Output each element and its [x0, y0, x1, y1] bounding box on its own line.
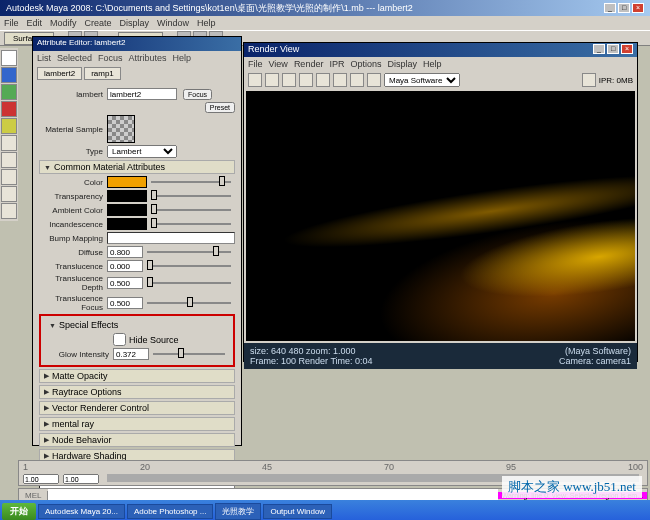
ipr-icon[interactable]	[299, 73, 313, 87]
type-select[interactable]: Lambert	[107, 145, 177, 158]
glow-label: Glow Intensity	[45, 350, 113, 359]
transfocus-slider[interactable]	[147, 302, 231, 304]
section-raytrace[interactable]: ▶Raytrace Options	[39, 385, 235, 399]
name-field[interactable]	[107, 88, 177, 100]
ambient-swatch[interactable]	[107, 204, 147, 216]
focus-button[interactable]: Focus	[183, 89, 212, 100]
layout-four-icon[interactable]	[1, 186, 17, 202]
rv-minimize-button[interactable]: _	[593, 44, 605, 54]
rv-menu-help[interactable]: Help	[423, 59, 442, 69]
menu-file[interactable]: File	[4, 18, 19, 28]
ambient-slider[interactable]	[151, 209, 231, 211]
attr-menu-attributes[interactable]: Attributes	[129, 53, 167, 63]
rv-menu-options[interactable]: Options	[350, 59, 381, 69]
close-button[interactable]: ×	[632, 3, 644, 13]
transdepth-field[interactable]	[107, 277, 143, 289]
minimize-button[interactable]: _	[604, 3, 616, 13]
incandescence-swatch[interactable]	[107, 218, 147, 230]
range-start-field[interactable]	[23, 474, 59, 484]
color-swatch[interactable]	[107, 176, 147, 188]
transparency-label: Transparency	[39, 192, 107, 201]
rv-menu-file[interactable]: File	[248, 59, 263, 69]
attr-menu-help[interactable]: Help	[173, 53, 192, 63]
transfocus-field[interactable]	[107, 297, 143, 309]
settings-icon[interactable]	[333, 73, 347, 87]
renderer-select[interactable]: Maya Software	[384, 73, 460, 87]
start-button[interactable]: 开始	[2, 503, 36, 520]
transparency-slider[interactable]	[151, 195, 231, 197]
last-tool-icon[interactable]	[1, 152, 17, 168]
diffuse-field[interactable]	[107, 246, 143, 258]
maximize-button[interactable]: □	[618, 3, 630, 13]
taskbar[interactable]: 开始 Autodesk Maya 20... Adobe Photoshop .…	[0, 500, 650, 520]
render-canvas[interactable]	[246, 91, 635, 341]
scale-tool-icon[interactable]	[1, 118, 17, 134]
material-sample-swatch[interactable]	[107, 115, 135, 143]
glow-slider[interactable]	[153, 353, 225, 355]
snapshot-icon[interactable]	[282, 73, 296, 87]
color-slider[interactable]	[151, 181, 231, 183]
select-tool-icon[interactable]	[1, 50, 17, 66]
preset-button[interactable]: Preset	[205, 102, 235, 113]
menu-help[interactable]: Help	[197, 18, 216, 28]
type-label: Type	[39, 147, 107, 156]
menu-modify[interactable]: Modify	[50, 18, 77, 28]
triangle-right-icon: ▶	[44, 388, 49, 396]
menu-create[interactable]: Create	[85, 18, 112, 28]
tick: 45	[262, 462, 272, 472]
bump-field[interactable]	[107, 232, 235, 244]
rv-menu-display[interactable]: Display	[387, 59, 417, 69]
glow-intensity-field[interactable]	[113, 348, 149, 360]
tab-ramp1[interactable]: ramp1	[84, 67, 121, 80]
move-tool-icon[interactable]	[1, 84, 17, 100]
rotate-tool-icon[interactable]	[1, 101, 17, 117]
transdepth-slider[interactable]	[147, 282, 231, 284]
translucence-slider[interactable]	[147, 265, 231, 267]
section-vector[interactable]: ▶Vector Renderer Control	[39, 401, 235, 415]
section-common-material[interactable]: ▼Common Material Attributes	[39, 160, 235, 174]
keep-image-icon[interactable]	[350, 73, 364, 87]
translucence-label: Translucence	[39, 262, 107, 271]
translucence-field[interactable]	[107, 260, 143, 272]
attr-menu-selected[interactable]: Selected	[57, 53, 92, 63]
section-mental[interactable]: ▶mental ray	[39, 417, 235, 431]
rv-close-button[interactable]: ×	[621, 44, 633, 54]
attr-menu-focus[interactable]: Focus	[98, 53, 123, 63]
main-menu-bar[interactable]: File Edit Modify Create Display Window H…	[0, 16, 650, 30]
show-manip-tool-icon[interactable]	[1, 135, 17, 151]
section-matte[interactable]: ▶Matte Opacity	[39, 369, 235, 383]
menu-edit[interactable]: Edit	[27, 18, 43, 28]
render-icon[interactable]	[248, 73, 262, 87]
attr-editor-title: Attribute Editor: lambert2	[33, 37, 241, 51]
menu-window[interactable]: Window	[157, 18, 189, 28]
close-ipr-icon[interactable]	[582, 73, 596, 87]
tab-lambert2[interactable]: lambert2	[37, 67, 82, 80]
transparency-swatch[interactable]	[107, 190, 147, 202]
menu-display[interactable]: Display	[120, 18, 150, 28]
triangle-right-icon: ▶	[44, 372, 49, 380]
lasso-tool-icon[interactable]	[1, 67, 17, 83]
taskbar-item[interactable]: 光照教学	[215, 503, 261, 520]
taskbar-item[interactable]: Autodesk Maya 20...	[38, 504, 125, 519]
rv-maximize-button[interactable]: □	[607, 44, 619, 54]
render-menu-bar[interactable]: File View Render IPR Options Display Hel…	[244, 57, 637, 71]
attr-menu-bar[interactable]: List Selected Focus Attributes Help	[33, 51, 241, 65]
rv-menu-ipr[interactable]: IPR	[329, 59, 344, 69]
taskbar-item[interactable]: Output Window	[263, 504, 332, 519]
diffuse-slider[interactable]	[147, 251, 231, 253]
rv-menu-render[interactable]: Render	[294, 59, 324, 69]
section-node[interactable]: ▶Node Behavior	[39, 433, 235, 447]
incandescence-slider[interactable]	[151, 223, 231, 225]
remove-image-icon[interactable]	[367, 73, 381, 87]
layout-single-icon[interactable]	[1, 169, 17, 185]
range-start2-field[interactable]	[63, 474, 99, 484]
rv-menu-view[interactable]: View	[269, 59, 288, 69]
refresh-icon[interactable]	[316, 73, 330, 87]
render-region-icon[interactable]	[265, 73, 279, 87]
taskbar-item[interactable]: Adobe Photoshop ...	[127, 504, 214, 519]
section-special-effects[interactable]: ▼Special Effects	[45, 319, 229, 331]
triangle-right-icon: ▶	[44, 436, 49, 444]
layout-persp-icon[interactable]	[1, 203, 17, 219]
hide-source-checkbox[interactable]	[113, 333, 126, 346]
attr-menu-list[interactable]: List	[37, 53, 51, 63]
